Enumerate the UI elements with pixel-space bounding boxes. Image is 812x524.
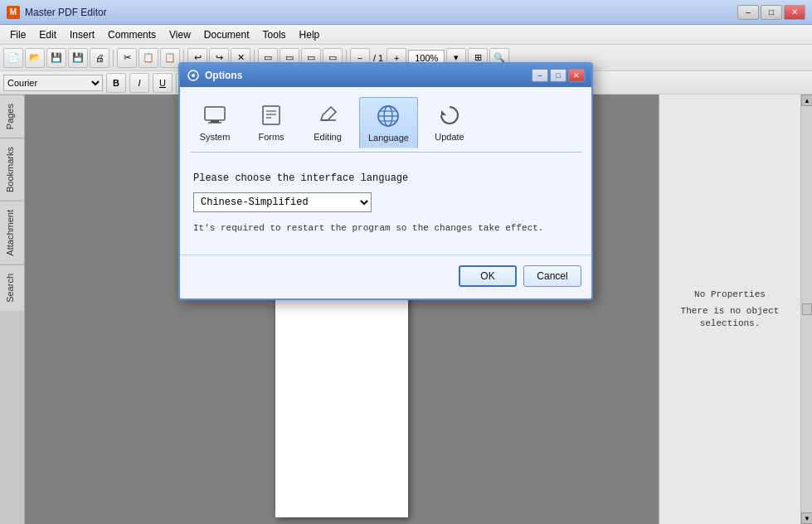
ok-button[interactable]: OK: [459, 265, 517, 287]
tab-update[interactable]: Update: [425, 97, 474, 148]
svg-rect-2: [205, 107, 225, 120]
language-prompt: Please choose the interface language: [193, 172, 578, 184]
tab-language[interactable]: Language: [359, 97, 418, 148]
restart-note: It's required to restart the program so …: [193, 222, 578, 235]
tab-language-label: Language: [368, 133, 409, 143]
tab-editing-label: Editing: [314, 132, 342, 142]
tab-forms-label: Forms: [258, 132, 284, 142]
dialog-title-bar: Options – □ ✕: [180, 64, 591, 87]
tab-editing[interactable]: Editing: [303, 97, 353, 148]
options-dialog: Options – □ ✕ System: [178, 62, 593, 300]
tab-system[interactable]: System: [190, 97, 240, 148]
forms-icon: [258, 102, 284, 129]
dialog-body: System Forms: [180, 87, 591, 251]
dialog-minimize-button[interactable]: –: [532, 69, 548, 82]
language-icon: [375, 103, 401, 129]
dialog-controls: – □ ✕: [532, 69, 585, 82]
dialog-close-button[interactable]: ✕: [568, 69, 585, 82]
dialog-title: Options: [205, 70, 532, 81]
dialog-maximize-button[interactable]: □: [550, 69, 566, 82]
tab-forms[interactable]: Forms: [246, 97, 296, 148]
svg-marker-15: [441, 110, 446, 115]
tab-system-label: System: [200, 132, 231, 142]
svg-rect-5: [263, 106, 280, 124]
svg-point-1: [192, 74, 195, 77]
cancel-button[interactable]: Cancel: [523, 265, 581, 287]
language-section: Please choose the interface language Eng…: [190, 166, 581, 241]
system-icon: [202, 102, 228, 129]
language-select-wrap: English Chinese-Simplified Chinese-Tradi…: [193, 192, 578, 212]
dialog-footer: OK Cancel: [180, 255, 591, 298]
modal-overlay: Options – □ ✕ System: [0, 0, 812, 524]
editing-icon: [314, 102, 341, 129]
dialog-icon: [187, 69, 200, 82]
tab-update-label: Update: [435, 132, 464, 142]
update-icon: [436, 102, 463, 129]
language-select[interactable]: English Chinese-Simplified Chinese-Tradi…: [193, 192, 372, 212]
dialog-tab-bar: System Forms: [190, 97, 581, 153]
